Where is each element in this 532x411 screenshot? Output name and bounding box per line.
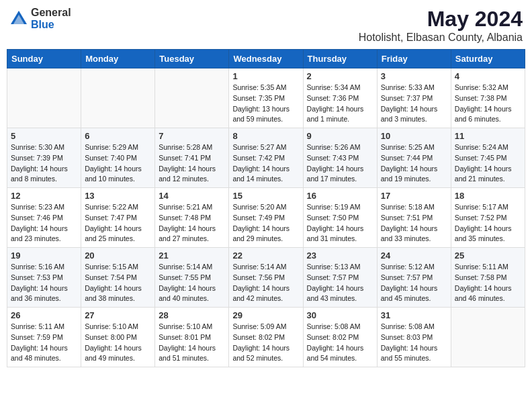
title-block: May 2024 Hotolisht, Elbasan County, Alba… <box>359 7 523 44</box>
daylight-text: Daylight: 14 hours and 36 minutes. <box>11 284 68 303</box>
calendar-cell: 6 Sunrise: 5:29 AM Sunset: 7:40 PM Dayli… <box>81 128 155 188</box>
daylight-text: Daylight: 14 hours and 1 minute. <box>307 105 364 124</box>
calendar-week-1: 1 Sunrise: 5:35 AM Sunset: 7:35 PM Dayli… <box>7 68 525 128</box>
day-info: Sunrise: 5:09 AM Sunset: 8:02 PM Dayligh… <box>232 322 299 364</box>
column-header-sunday: Sunday <box>7 50 81 68</box>
sunset-text: Sunset: 8:00 PM <box>85 333 137 341</box>
daylight-text: Daylight: 14 hours and 52 minutes. <box>232 344 290 363</box>
sunrise-text: Sunrise: 5:23 AM <box>11 203 64 211</box>
day-info: Sunrise: 5:24 AM Sunset: 7:45 PM Dayligh… <box>455 142 521 185</box>
day-number: 9 <box>307 131 373 141</box>
logo: General Blue <box>9 7 71 30</box>
daylight-text: Daylight: 14 hours and 25 minutes. <box>85 224 142 243</box>
column-header-wednesday: Wednesday <box>229 50 303 68</box>
sunrise-text: Sunrise: 5:33 AM <box>381 83 435 91</box>
sunrise-text: Sunrise: 5:35 AM <box>232 83 286 91</box>
calendar-cell: 23 Sunrise: 5:13 AM Sunset: 7:57 PM Dayl… <box>303 248 377 308</box>
day-number: 28 <box>159 310 225 320</box>
day-info: Sunrise: 5:08 AM Sunset: 8:03 PM Dayligh… <box>381 322 447 364</box>
header-row: SundayMondayTuesdayWednesdayThursdayFrid… <box>7 50 525 68</box>
daylight-text: Daylight: 14 hours and 14 minutes. <box>232 165 290 183</box>
page-header: General Blue May 2024 Hotolisht, Elbasan… <box>7 7 525 44</box>
sunset-text: Sunset: 7:41 PM <box>159 154 211 162</box>
sunrise-text: Sunrise: 5:32 AM <box>455 83 508 91</box>
day-info: Sunrise: 5:15 AM Sunset: 7:54 PM Dayligh… <box>85 262 151 304</box>
sunset-text: Sunset: 7:46 PM <box>11 214 63 222</box>
calendar-cell: 3 Sunrise: 5:33 AM Sunset: 7:37 PM Dayli… <box>377 68 451 128</box>
day-number: 20 <box>85 250 151 261</box>
day-info: Sunrise: 5:26 AM Sunset: 7:43 PM Dayligh… <box>307 142 373 185</box>
sunset-text: Sunset: 7:38 PM <box>455 94 507 102</box>
sunrise-text: Sunrise: 5:19 AM <box>307 203 361 211</box>
calendar-cell: 20 Sunrise: 5:15 AM Sunset: 7:54 PM Dayl… <box>81 248 155 308</box>
calendar-cell: 22 Sunrise: 5:14 AM Sunset: 7:56 PM Dayl… <box>229 248 303 308</box>
calendar-cell: 31 Sunrise: 5:08 AM Sunset: 8:03 PM Dayl… <box>377 308 451 367</box>
day-number: 12 <box>11 191 77 201</box>
calendar-cell: 30 Sunrise: 5:08 AM Sunset: 8:02 PM Dayl… <box>303 308 377 367</box>
daylight-text: Daylight: 14 hours and 38 minutes. <box>85 284 142 303</box>
day-number: 23 <box>307 250 373 261</box>
sunrise-text: Sunrise: 5:25 AM <box>381 143 435 151</box>
day-number: 26 <box>11 310 77 320</box>
sunset-text: Sunset: 7:57 PM <box>307 273 359 281</box>
sunset-text: Sunset: 7:43 PM <box>307 154 359 162</box>
day-info: Sunrise: 5:13 AM Sunset: 7:57 PM Dayligh… <box>307 262 373 304</box>
calendar-cell: 13 Sunrise: 5:22 AM Sunset: 7:47 PM Dayl… <box>81 188 155 248</box>
calendar-cell: 24 Sunrise: 5:12 AM Sunset: 7:57 PM Dayl… <box>377 248 451 308</box>
daylight-text: Daylight: 14 hours and 3 minutes. <box>381 105 438 124</box>
calendar-cell: 17 Sunrise: 5:18 AM Sunset: 7:51 PM Dayl… <box>377 188 451 248</box>
day-info: Sunrise: 5:27 AM Sunset: 7:42 PM Dayligh… <box>232 142 299 185</box>
sunset-text: Sunset: 7:52 PM <box>455 214 507 222</box>
sunrise-text: Sunrise: 5:16 AM <box>11 263 64 271</box>
calendar-cell: 19 Sunrise: 5:16 AM Sunset: 7:53 PM Dayl… <box>7 248 81 308</box>
day-number: 22 <box>232 250 299 261</box>
sunset-text: Sunset: 8:03 PM <box>381 333 433 341</box>
sunrise-text: Sunrise: 5:17 AM <box>455 203 508 211</box>
day-number: 14 <box>159 191 225 201</box>
daylight-text: Daylight: 14 hours and 49 minutes. <box>85 344 142 363</box>
sunrise-text: Sunrise: 5:10 AM <box>159 322 212 330</box>
sunset-text: Sunset: 7:56 PM <box>232 273 285 281</box>
calendar-cell <box>451 308 525 367</box>
calendar-week-4: 19 Sunrise: 5:16 AM Sunset: 7:53 PM Dayl… <box>7 248 525 308</box>
day-number: 17 <box>381 191 447 201</box>
calendar-week-3: 12 Sunrise: 5:23 AM Sunset: 7:46 PM Dayl… <box>7 188 525 248</box>
daylight-text: Daylight: 14 hours and 8 minutes. <box>11 165 68 183</box>
sunset-text: Sunset: 7:51 PM <box>381 214 433 222</box>
sunset-text: Sunset: 7:37 PM <box>381 94 433 102</box>
sunrise-text: Sunrise: 5:26 AM <box>307 143 361 151</box>
calendar-header: SundayMondayTuesdayWednesdayThursdayFrid… <box>7 50 525 68</box>
sunset-text: Sunset: 8:02 PM <box>307 333 359 341</box>
sunrise-text: Sunrise: 5:29 AM <box>85 143 138 151</box>
day-number: 21 <box>159 250 225 261</box>
logo-general: General <box>31 7 71 19</box>
calendar-cell: 4 Sunrise: 5:32 AM Sunset: 7:38 PM Dayli… <box>451 68 525 128</box>
day-info: Sunrise: 5:29 AM Sunset: 7:40 PM Dayligh… <box>85 142 151 185</box>
day-number: 2 <box>307 71 373 81</box>
calendar-cell: 26 Sunrise: 5:11 AM Sunset: 7:59 PM Dayl… <box>7 308 81 367</box>
logo-blue: Blue <box>31 19 71 31</box>
day-info: Sunrise: 5:28 AM Sunset: 7:41 PM Dayligh… <box>159 142 225 185</box>
daylight-text: Daylight: 14 hours and 43 minutes. <box>307 284 364 303</box>
day-info: Sunrise: 5:14 AM Sunset: 7:55 PM Dayligh… <box>159 262 225 304</box>
day-info: Sunrise: 5:11 AM Sunset: 7:59 PM Dayligh… <box>11 322 77 364</box>
day-info: Sunrise: 5:18 AM Sunset: 7:51 PM Dayligh… <box>381 202 447 244</box>
daylight-text: Daylight: 14 hours and 45 minutes. <box>381 284 438 303</box>
daylight-text: Daylight: 14 hours and 31 minutes. <box>307 224 364 243</box>
calendar-table: SundayMondayTuesdayWednesdayThursdayFrid… <box>7 49 525 367</box>
daylight-text: Daylight: 14 hours and 42 minutes. <box>232 284 290 303</box>
daylight-text: Daylight: 14 hours and 54 minutes. <box>307 344 364 363</box>
sunrise-text: Sunrise: 5:11 AM <box>11 322 64 330</box>
sunset-text: Sunset: 7:55 PM <box>159 273 211 281</box>
column-header-friday: Friday <box>377 50 451 68</box>
sunset-text: Sunset: 7:53 PM <box>11 273 63 281</box>
daylight-text: Daylight: 14 hours and 27 minutes. <box>159 224 216 243</box>
calendar-cell: 12 Sunrise: 5:23 AM Sunset: 7:46 PM Dayl… <box>7 188 81 248</box>
calendar-week-2: 5 Sunrise: 5:30 AM Sunset: 7:39 PM Dayli… <box>7 128 525 188</box>
day-info: Sunrise: 5:32 AM Sunset: 7:38 PM Dayligh… <box>455 83 521 125</box>
sunrise-text: Sunrise: 5:09 AM <box>232 322 286 330</box>
daylight-text: Daylight: 14 hours and 46 minutes. <box>455 284 512 303</box>
sunrise-text: Sunrise: 5:18 AM <box>381 203 435 211</box>
daylight-text: Daylight: 14 hours and 40 minutes. <box>159 284 216 303</box>
sunset-text: Sunset: 7:50 PM <box>307 214 359 222</box>
